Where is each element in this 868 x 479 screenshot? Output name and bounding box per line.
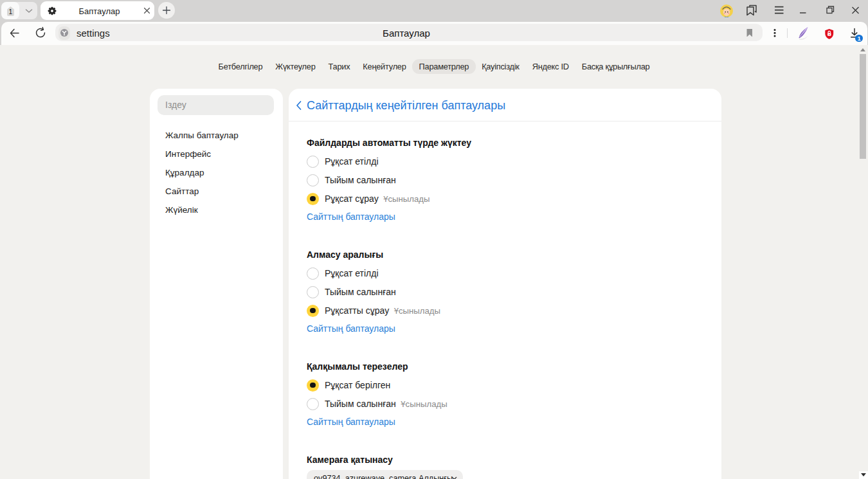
svg-text:1: 1 [8,8,12,15]
